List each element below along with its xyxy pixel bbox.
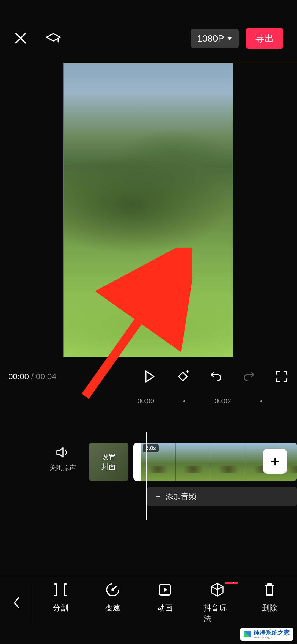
time-ruler[interactable]: 00:00 00:02 — [0, 397, 297, 411]
chevron-left-icon — [13, 597, 20, 609]
play-button[interactable] — [143, 370, 157, 383]
mute-original-sound[interactable]: 关闭原声 — [50, 447, 76, 472]
playback-controls: 00:00 / 00:04 — [0, 361, 297, 392]
toolbar-delete[interactable]: 删除 — [256, 582, 283, 624]
toolbar-split[interactable]: 分割 — [47, 582, 74, 624]
playhead[interactable] — [146, 432, 147, 520]
redo-button[interactable] — [242, 370, 256, 383]
ruler-tick: 00:00 — [138, 397, 154, 405]
chevron-down-icon — [227, 37, 232, 40]
add-clip-button[interactable]: + — [263, 449, 287, 474]
control-icons — [143, 370, 289, 383]
header-left-group — [14, 31, 61, 45]
close-icon[interactable] — [14, 31, 28, 45]
toolbar-animation[interactable]: 动画 — [151, 582, 179, 624]
ruler-dot — [183, 400, 185, 402]
add-audio-label: 添加音频 — [166, 491, 196, 502]
plus-icon: + — [271, 452, 280, 470]
toolbar-label: 分割 — [53, 603, 68, 613]
animation-icon — [157, 582, 173, 598]
header-right-group: 1080P 导出 — [191, 28, 283, 49]
plus-icon: + — [155, 492, 161, 502]
undo-button[interactable] — [209, 370, 223, 383]
toolbar-label: 抖音玩法 — [204, 603, 231, 624]
toolbar-items: 分割 变速 动画 Try 抖音玩法 — [47, 582, 297, 624]
time-display: 00:00 / 00:04 — [8, 372, 56, 381]
split-icon — [53, 582, 68, 598]
resolution-button[interactable]: 1080P — [191, 29, 239, 48]
fullscreen-button[interactable] — [275, 370, 289, 383]
current-time: 00:00 — [8, 372, 29, 381]
timeline[interactable]: 关闭原声 设置 封面 5.0s + + 添加音频 — [0, 416, 297, 526]
toolbar-label: 动画 — [157, 603, 173, 613]
add-audio-button[interactable]: + 添加音频 — [147, 487, 297, 506]
toolbar-divider — [0, 575, 297, 575]
mute-label: 关闭原声 — [50, 463, 76, 472]
keyframe-add-button[interactable] — [176, 370, 190, 383]
toolbar-douyin-play[interactable]: Try 抖音玩法 — [204, 582, 231, 624]
toolbar-label: 删除 — [262, 603, 277, 613]
clip-handle[interactable] — [136, 454, 138, 470]
svg-line-7 — [113, 586, 116, 590]
total-time: 00:04 — [36, 372, 56, 381]
ruler-tick: 00:02 — [215, 397, 231, 405]
watermark-icon — [244, 631, 251, 637]
selection-ruler-line — [233, 63, 297, 63]
ruler-dot — [260, 400, 262, 402]
watermark-text: 纯净系统之家 — [254, 630, 290, 636]
toolbar-speed[interactable]: 变速 — [99, 582, 127, 624]
try-badge: Try — [225, 582, 238, 584]
export-label: 导出 — [255, 33, 274, 43]
watermark: 纯净系统之家 www.ycsyjy.com — [240, 628, 293, 641]
header-bar: 1080P 导出 — [0, 0, 297, 57]
export-button[interactable]: 导出 — [246, 28, 283, 49]
toolbar-back-button[interactable] — [0, 583, 33, 622]
cover-label: 设置 封面 — [101, 452, 116, 472]
preview-area — [0, 63, 297, 361]
graduation-cap-icon[interactable] — [45, 32, 61, 45]
cube-icon — [209, 582, 225, 598]
speed-icon — [105, 582, 121, 598]
bottom-toolbar: 分割 变速 动画 Try 抖音玩法 — [0, 578, 297, 627]
clip-duration-badge: 5.0s — [143, 444, 159, 452]
trash-icon — [262, 582, 277, 598]
set-cover-button[interactable]: 设置 封面 — [89, 443, 128, 481]
toolbar-label: 变速 — [105, 603, 120, 613]
video-preview[interactable] — [63, 63, 233, 357]
preview-content — [64, 63, 233, 357]
resolution-label: 1080P — [197, 33, 224, 44]
watermark-url: www.ycsyjy.com — [254, 636, 290, 639]
speaker-icon — [56, 447, 70, 458]
